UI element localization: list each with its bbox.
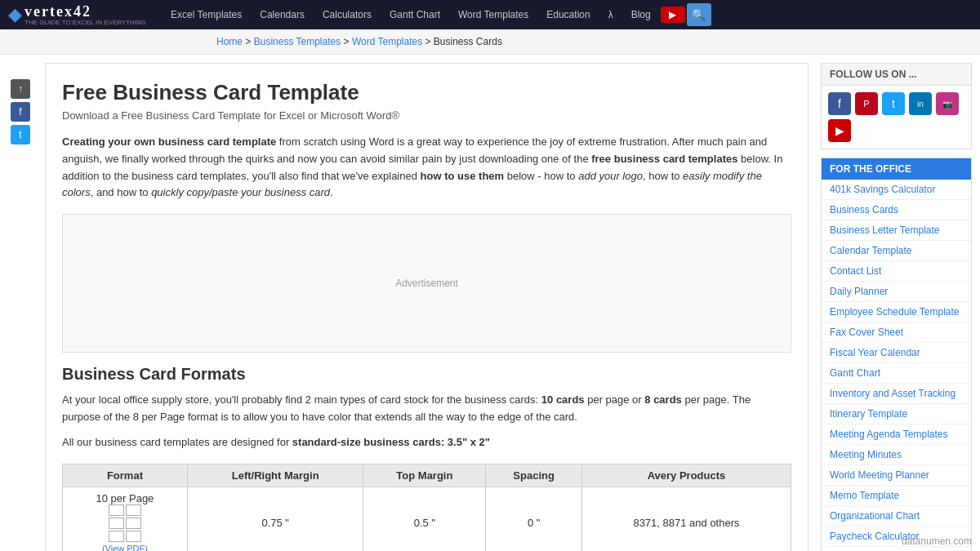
nav-calendars[interactable]: Calendars [252, 0, 313, 29]
nav-blog[interactable]: Blog [623, 0, 659, 29]
office-link-meeting-agenda[interactable]: Meeting Agenda Templates [822, 424, 971, 445]
formats-title: Business Card Formats [62, 365, 791, 384]
nav-gantt-chart[interactable]: Gantt Chart [381, 0, 448, 29]
breadcrumb-home[interactable]: Home [216, 36, 243, 47]
breadcrumb-sep2: > [344, 36, 352, 47]
table-cell-format: 10 per Page (View PDF) [63, 487, 188, 551]
table-header-format: Format [63, 464, 188, 487]
office-link-world-meeting[interactable]: World Meeting Planner [822, 465, 971, 486]
search-button[interactable]: 🔍 [687, 3, 711, 26]
office-link-employee-schedule[interactable]: Employee Schedule Template [822, 302, 971, 322]
office-link-fax-cover[interactable]: Fax Cover Sheet [822, 322, 971, 343]
view-pdf-link[interactable]: (View PDF) [102, 544, 148, 551]
youtube-nav-button[interactable]: ▶ [661, 7, 685, 23]
card-preview-grid [109, 504, 141, 542]
nav-excel-templates[interactable]: Excel Templates [163, 0, 250, 29]
nav-lambda[interactable]: λ [600, 0, 621, 29]
nav-links: Excel Templates Calendars Calculators Ga… [163, 0, 972, 29]
follow-pinterest-icon[interactable]: P [855, 92, 878, 115]
follow-icons: f P t in 📷 ▶ [822, 86, 971, 149]
table-cell-top: 0.5 " [363, 487, 486, 551]
table-header-spacing: Spacing [486, 464, 582, 487]
office-link-fiscal-year[interactable]: Fiscal Year Calendar [822, 343, 971, 363]
nav-education[interactable]: Education [538, 0, 598, 29]
breadcrumb-business-templates[interactable]: Business Templates [254, 36, 341, 47]
office-link-calendar[interactable]: Calendar Template [822, 241, 971, 261]
follow-facebook-icon[interactable]: f [828, 92, 851, 115]
follow-linkedin-icon[interactable]: in [909, 92, 932, 115]
follow-youtube-icon[interactable]: ▶ [828, 119, 851, 142]
office-header: FOR THE OFFICE [822, 158, 971, 180]
top-navigation: ◆ vertex42 THE GUIDE TO EXCEL IN EVERYTH… [0, 0, 980, 29]
office-link-itinerary[interactable]: Itinerary Template [822, 404, 971, 424]
office-link-business-cards[interactable]: Business Cards [822, 200, 971, 220]
card-formats-table: Format Left/Right Margin Top Margin Spac… [62, 464, 791, 551]
logo-icon: ◆ [8, 4, 22, 25]
card-cell-1 [109, 504, 124, 516]
office-link-memo[interactable]: Memo Template [822, 486, 971, 506]
breadcrumb: Home > Business Templates > Word Templat… [0, 29, 980, 55]
share-button[interactable]: ↑ [11, 79, 30, 99]
ad-label: Advertisement [395, 278, 458, 289]
article-subtitle: Download a Free Business Card Template f… [62, 109, 791, 122]
table-header-lr-margin: Left/Right Margin [187, 464, 363, 487]
advertisement-area: Advertisement [62, 214, 791, 353]
nav-calculators[interactable]: Calculators [314, 0, 380, 29]
article: Free Business Card Template Download a F… [45, 63, 808, 551]
logo[interactable]: ◆ vertex42 THE GUIDE TO EXCEL IN EVERYTH… [8, 3, 146, 26]
logo-text: vertex42 [24, 3, 91, 20]
office-link-purchase-order[interactable]: Purchase Order Template [822, 547, 971, 551]
facebook-share-button[interactable]: f [11, 102, 30, 122]
card-cell-6 [126, 531, 141, 542]
card-cell-3 [109, 518, 124, 529]
table-cell-spacing: 0 " [486, 487, 582, 551]
nav-word-templates[interactable]: Word Templates [450, 0, 537, 29]
follow-header: FOLLOW US ON ... [822, 64, 971, 86]
breadcrumb-current: Business Cards [434, 36, 502, 47]
table-header-top-margin: Top Margin [363, 464, 486, 487]
office-link-org-chart[interactable]: Organizational Chart [822, 506, 971, 527]
breadcrumb-sep1: > [245, 36, 253, 47]
follow-instagram-icon[interactable]: 📷 [936, 92, 959, 115]
formats-intro: At your local office supply store, you'l… [62, 392, 791, 426]
card-cell-4 [126, 518, 141, 529]
table-cell-avery: 8371, 8871 and others [581, 487, 791, 551]
right-sidebar: FOLLOW US ON ... f P t in 📷 ▶ FOR THE OF… [821, 63, 972, 551]
card-cell-5 [109, 531, 124, 542]
office-link-meeting-minutes[interactable]: Meeting Minutes [822, 445, 971, 465]
article-title: Free Business Card Template [62, 80, 791, 105]
office-box: FOR THE OFFICE 401k Savings Calculator B… [821, 158, 972, 551]
formats-standard: All our business card templates are desi… [62, 434, 791, 451]
office-link-daily-planner[interactable]: Daily Planner [822, 282, 971, 302]
social-sidebar: ↑ f t [8, 63, 33, 551]
article-intro: Creating your own business card template… [62, 134, 791, 202]
follow-twitter-icon[interactable]: t [882, 92, 905, 115]
office-link-gantt-chart[interactable]: Gantt Chart [822, 363, 971, 384]
office-link-business-letter[interactable]: Business Letter Template [822, 220, 971, 241]
breadcrumb-sep3: > [425, 36, 434, 47]
breadcrumb-word-templates[interactable]: Word Templates [352, 36, 422, 47]
watermark: datanumen.com [902, 535, 972, 547]
office-link-401k[interactable]: 401k Savings Calculator [822, 180, 971, 200]
table-header-avery: Avery Products [581, 464, 791, 487]
office-link-contact-list[interactable]: Contact List [822, 261, 971, 282]
logo-tagline: THE GUIDE TO EXCEL IN EVERYTHING [24, 19, 146, 26]
office-link-inventory[interactable]: Inventory and Asset Tracking [822, 384, 971, 404]
main-content: Free Business Card Template Download a F… [45, 63, 808, 551]
follow-box: FOLLOW US ON ... f P t in 📷 ▶ [821, 63, 972, 149]
card-cell-2 [126, 504, 141, 516]
table-cell-lr: 0.75 " [187, 487, 363, 551]
table-row: 10 per Page (View PDF) 0.75 " [63, 487, 791, 551]
twitter-share-button[interactable]: t [11, 125, 30, 144]
